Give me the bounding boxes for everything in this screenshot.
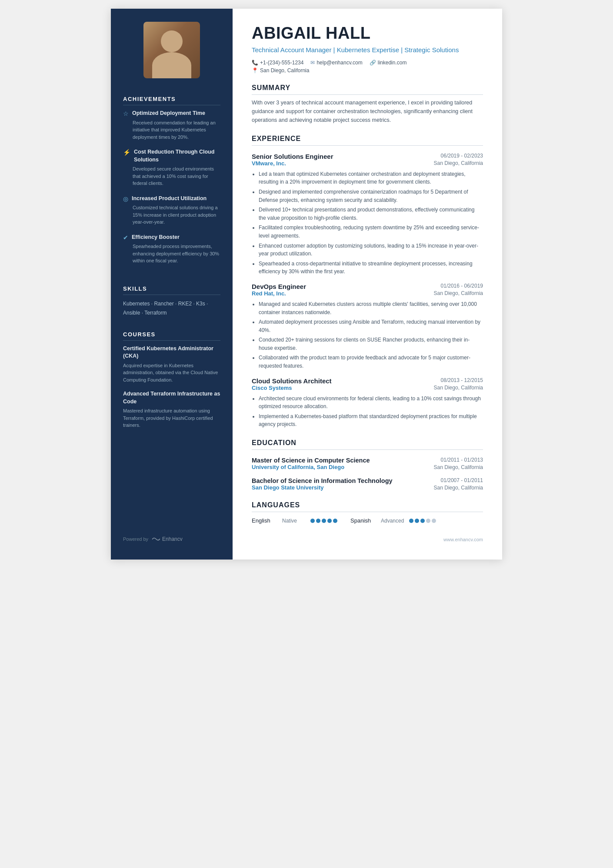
job-1: Senior Solutions Engineer 06/2019 - 02/2… [252,153,483,276]
achievement-2-title: Cost Reduction Through Cloud Solutions [134,148,220,164]
degree-2-school: San Diego State University [252,484,323,491]
degree-1-location: San Diego, California [434,464,483,470]
achievement-3: ◎ Increased Product Utilization Customiz… [123,195,220,226]
job-3: Cloud Solutions Architect 08/2013 - 12/2… [252,377,483,429]
contact-row: 📞 +1-(234)-555-1234 ✉ help@enhancv.com 🔗… [252,60,483,66]
achievement-1: ☆ Optimized Deployment Time Received com… [123,110,220,141]
phone-icon: 📞 [252,60,258,66]
candidate-subtitle: Technical Account Manager | Kubernetes E… [252,45,483,54]
lang-english-dots [310,519,337,523]
location-row: 📍 San Diego, California [252,67,483,74]
job-2-location: San Diego, California [434,290,483,296]
bolt-icon: ⚡ [123,149,130,156]
experience-section: EXPERIENCE Senior Solutions Engineer 06/… [252,135,483,429]
link-icon: 🔗 [370,60,376,66]
logo-icon [152,536,160,542]
degree-1-school: University of California, San Diego [252,464,344,470]
sidebar: ACHIEVEMENTS ☆ Optimized Deployment Time… [111,9,233,560]
footer-website: www.enhancv.com [443,537,483,542]
photo-area [111,9,233,87]
education-title: EDUCATION [252,439,483,450]
job-3-company: Cisco Systems [252,385,292,391]
profile-photo [143,22,200,78]
job-2-company: Red Hat, Inc. [252,290,286,297]
bullet: Facilitated complex troubleshooting, red… [259,224,483,240]
languages-row: English Native Spanish Advanced [252,517,483,524]
achievement-1-desc: Received commendation for leading an ini… [123,119,220,141]
language-english: English Native [252,517,337,524]
degree-2-title: Bachelor of Science in Information Techn… [252,477,441,484]
dot [415,519,419,523]
course-2-title: Advanced Terraform Infrastructure as Cod… [123,390,220,406]
email-icon: ✉ [310,60,315,66]
header-section: ABIGAIL HALL Technical Account Manager |… [252,24,483,74]
skills-section: SKILLS Kubernetes · Rancher · RKE2 · K3s… [111,277,233,322]
achievement-4-desc: Spearheaded process improvements, enhanc… [123,243,220,265]
bullet: Managed and scaled Kubernetes clusters a… [259,300,483,316]
job-2-title: DevOps Engineer [252,283,306,290]
check-icon: ✔ [123,234,128,241]
job-3-title: Cloud Solutions Architect [252,377,332,385]
achievements-section: ACHIEVEMENTS ☆ Optimized Deployment Time… [111,87,233,277]
course-1: Certified Kubernetes Administrator (CKA)… [123,345,220,384]
email-item: ✉ help@enhancv.com [310,60,362,66]
lang-spanish-name: Spanish [350,517,376,524]
star-icon: ☆ [123,110,129,117]
phone-text: +1-(234)-555-1234 [260,60,303,66]
enhancv-logo: Enhancv [152,536,183,542]
dot [432,519,436,523]
dot [327,519,332,523]
job-1-location: San Diego, California [434,160,483,166]
course-1-desc: Acquired expertise in Kubernetes adminis… [123,362,220,384]
degree-1-title: Master of Science in Computer Science [252,457,441,464]
summary-text: With over 3 years of technical account m… [252,98,483,124]
phone-item: 📞 +1-(234)-555-1234 [252,60,303,66]
lang-english-name: English [252,517,278,524]
degree-2-date: 01/2007 - 01/2011 [441,477,483,483]
achievement-4-title: Efficiency Booster [132,234,180,241]
candidate-name: ABIGAIL HALL [252,24,483,43]
course-1-title: Certified Kubernetes Administrator (CKA) [123,345,220,360]
achievement-3-desc: Customized technical solutions driving a… [123,204,220,226]
resume-container: ACHIEVEMENTS ☆ Optimized Deployment Time… [111,9,502,560]
job-2: DevOps Engineer 01/2016 - 06/2019 Red Ha… [252,283,483,370]
dot [322,519,326,523]
degree-2-location: San Diego, California [434,485,483,491]
skills-title: SKILLS [123,285,220,295]
sidebar-footer: Powered by Enhancv [111,527,233,542]
job-1-title: Senior Solutions Engineer [252,153,333,160]
bullet: Led a team that optimized Kubernetes con… [259,170,483,186]
courses-title: COURSES [123,331,220,341]
bullet: Collaborated with the product team to pr… [259,354,483,370]
skills-list: Kubernetes · Rancher · RKE2 · K3s · Ansi… [123,299,220,318]
dot [409,519,413,523]
language-spanish: Spanish Advanced [350,517,436,524]
job-2-date: 01/2016 - 06/2019 [441,283,483,289]
degree-1: Master of Science in Computer Science 01… [252,457,483,470]
bullet: Designed and implemented comprehensive c… [259,188,483,204]
location-item: 📍 San Diego, California [252,67,309,74]
enhancv-name: Enhancv [162,536,183,542]
dot [316,519,320,523]
target-icon: ◎ [123,195,128,202]
dot [333,519,337,523]
degree-1-date: 01/2011 - 01/2013 [441,457,483,463]
location-text: San Diego, California [260,67,309,74]
main-content: ABIGAIL HALL Technical Account Manager |… [233,9,502,560]
email-text: help@enhancv.com [316,60,362,66]
achievement-2: ⚡ Cost Reduction Through Cloud Solutions… [123,148,220,187]
bullet: Spearheaded a cross-departmental initiat… [259,260,483,276]
course-2: Advanced Terraform Infrastructure as Cod… [123,390,220,429]
education-section: EDUCATION Master of Science in Computer … [252,439,483,491]
achievement-3-title: Increased Product Utilization [132,195,207,203]
bullet: Automated deployment processes using Ans… [259,318,483,334]
achievements-title: ACHIEVEMENTS [123,96,220,105]
lang-spanish-level: Advanced [381,518,405,524]
achievement-1-title: Optimized Deployment Time [132,110,205,117]
lang-spanish-dots [409,519,436,523]
bullet: Conducted 20+ training sessions for clie… [259,336,483,352]
dot [310,519,315,523]
achievement-2-desc: Developed secure cloud environments that… [123,165,220,187]
bullet: Enhanced customer adoption by customizin… [259,242,483,258]
main-footer: www.enhancv.com [252,537,483,542]
